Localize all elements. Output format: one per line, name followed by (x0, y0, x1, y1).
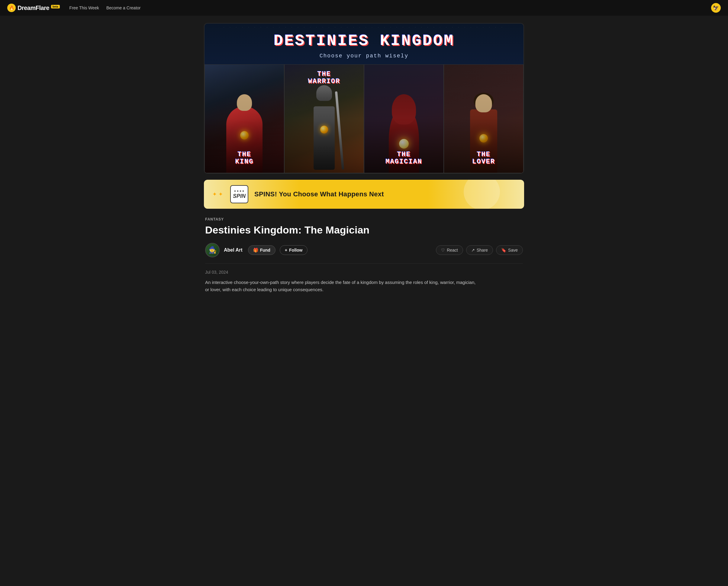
spins-stars-left: ✦ ✦ (212, 191, 223, 197)
spins-logo-top-text: ✦✦✦✦ (234, 190, 245, 193)
author-avatar-emoji: 🧙 (208, 246, 216, 254)
navbar: 🔥 DreamFlare beta Free This Week Become … (0, 0, 728, 16)
brand-name: DreamFlare (18, 4, 49, 11)
brand-icon-symbol: 🔥 (9, 5, 14, 10)
author-avatar[interactable]: 🧙 (205, 243, 219, 257)
nav-link-free-this-week[interactable]: Free This Week (70, 5, 99, 10)
fund-icon: 🎁 (253, 248, 258, 252)
panel-label-magician: THE MAGICIAN (386, 151, 422, 165)
panel-label-lover-line2: LOVER (472, 158, 495, 165)
react-icon: ♡ (441, 248, 445, 252)
share-icon: ↗ (471, 248, 475, 252)
author-row: 🧙 Abel Art 🎁 Fund + Follow ♡ React ↗ Sha… (205, 243, 523, 264)
spins-logo: ✦✦✦✦ SPIN (230, 185, 248, 203)
save-icon: 🔖 (501, 248, 506, 252)
content-genre: FANTASY (205, 217, 523, 221)
navbar-right: 🦅 (711, 3, 721, 13)
share-button[interactable]: ↗ Share (466, 245, 493, 255)
hero-panel-king[interactable]: THE KING (205, 64, 284, 173)
spins-banner-text: SPINS! You Choose What Happens Next (254, 190, 384, 198)
save-label: Save (508, 248, 518, 252)
hero-title-area: DESTINIES KINGDOM Choose your path wisel… (205, 24, 523, 64)
nav-links: Free This Week Become a Creator (70, 5, 141, 10)
panel-label-warrior: THE WARRIOR (308, 71, 340, 85)
panel-label-lover: THE LOVER (472, 151, 495, 165)
hero-subtitle: Choose your path wisely (211, 53, 517, 59)
follow-label: Follow (289, 248, 303, 252)
spins-banner[interactable]: ✦ ✦ ✦✦✦✦ SPIN SPINS! You Choose What Hap… (204, 180, 524, 209)
react-label: React (447, 248, 458, 252)
user-avatar[interactable]: 🦅 (711, 3, 721, 13)
follow-plus-icon: + (285, 248, 287, 252)
panel-label-lover-line1: THE (472, 151, 495, 158)
hero-panel-lover[interactable]: THE LOVER (444, 64, 523, 173)
brand-icon: 🔥 (7, 4, 16, 12)
hero-panels: THE KING THE WARRIOR (205, 64, 523, 173)
panel-label-king-line2: KING (235, 158, 254, 165)
content-section: FANTASY Destinies Kingdom: The Magician … (204, 217, 524, 293)
hero-panel-warrior[interactable]: THE WARRIOR (284, 64, 364, 173)
panel-label-warrior-line2: WARRIOR (308, 78, 340, 85)
panel-label-magician-line1: THE (386, 151, 422, 158)
panel-label-warrior-line1: THE (308, 71, 340, 78)
content-title: Destinies Kingdom: The Magician (205, 224, 523, 236)
brand-beta-label: beta (51, 5, 60, 8)
brand-logo[interactable]: 🔥 DreamFlare beta (7, 4, 60, 12)
spins-logo-main-text: SPIN (233, 193, 245, 199)
content-date: Jul 03, 2024 (205, 270, 523, 274)
panel-label-magician-line2: MAGICIAN (386, 158, 422, 165)
fund-button[interactable]: 🎁 Fund (248, 245, 276, 255)
hero-container: DESTINIES KINGDOM Choose your path wisel… (204, 23, 524, 174)
main-content: DESTINIES KINGDOM Choose your path wisel… (198, 16, 530, 300)
author-actions: ♡ React ↗ Share 🔖 Save (436, 245, 523, 255)
fund-label: Fund (260, 248, 270, 252)
follow-button[interactable]: + Follow (280, 245, 308, 255)
nav-link-become-creator[interactable]: Become a Creator (106, 5, 141, 10)
author-name: Abel Art (224, 247, 242, 253)
user-avatar-icon: 🦅 (713, 5, 719, 11)
content-description: An interactive choose-your-own-path stor… (205, 279, 477, 293)
share-label: Share (477, 248, 488, 252)
react-button[interactable]: ♡ React (436, 245, 463, 255)
panel-label-king-line1: THE (235, 151, 254, 158)
panel-label-king: THE KING (235, 151, 254, 165)
save-button[interactable]: 🔖 Save (496, 245, 523, 255)
hero-title: DESTINIES KINGDOM (211, 32, 517, 50)
hero-panel-magician[interactable]: THE MAGICIAN (364, 64, 444, 173)
